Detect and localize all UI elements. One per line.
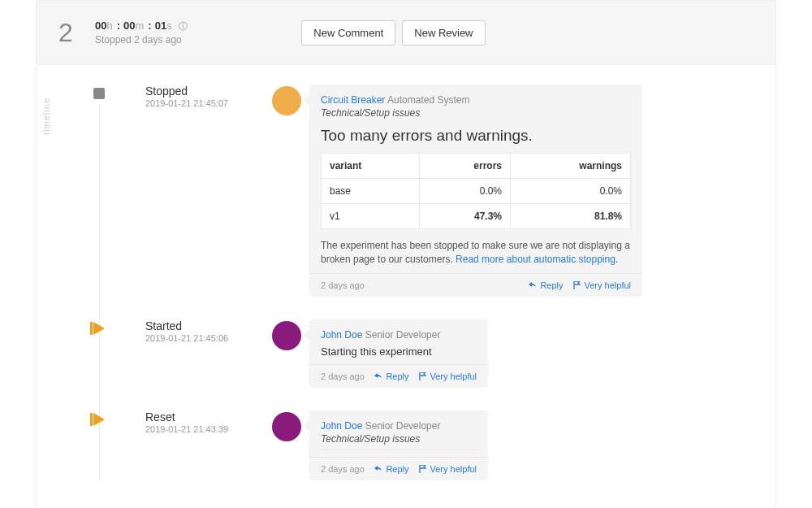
helpful-action[interactable]: Very helpful [419, 464, 477, 474]
cell-variant: v1 [322, 204, 420, 229]
reply-icon [374, 465, 382, 473]
elapsed-timer: 00h:00m:01s ⓘ [95, 20, 188, 33]
avatar [272, 86, 301, 115]
play-icon [93, 413, 105, 426]
timer-seconds: 01 [155, 20, 166, 32]
timeline-event-reset: Reset 2019-01-21 21:43:39 John Doe Senio… [93, 410, 759, 480]
comment-card: Circuit Breaker Automated System Technic… [309, 85, 642, 297]
unit-h: h [106, 20, 112, 32]
author-name[interactable]: Circuit Breaker [321, 94, 385, 106]
event-title: Stopped [145, 85, 264, 98]
helpful-action[interactable]: Very helpful [573, 280, 631, 290]
issue-tag: Technical/Setup issues [321, 433, 477, 450]
cell-errors: 0.0% [420, 179, 511, 204]
timer-hours: 00 [95, 20, 106, 32]
col-warnings: warnings [511, 154, 631, 179]
timer-block: 00h:00m:01s ⓘ Stopped 2 days ago [95, 20, 220, 46]
author-role: Senior Developer [365, 329, 441, 341]
cell-errors: 47.3% [420, 204, 511, 229]
event-timestamp: 2019-01-21 21:45:07 [145, 98, 264, 108]
new-review-button[interactable]: New Review [402, 20, 485, 46]
event-timestamp: 2019-01-21 21:43:39 [145, 424, 264, 434]
author-name[interactable]: John Doe [321, 420, 362, 432]
col-errors: errors [420, 154, 511, 179]
comment-footer: 2 days ago Reply Very helpful [309, 273, 642, 297]
helpful-action[interactable]: Very helpful [419, 371, 477, 381]
timeline-event-stopped: Stopped 2019-01-21 21:45:07 Circuit Brea… [93, 85, 759, 297]
reply-action[interactable]: Reply [529, 280, 563, 290]
event-title: Reset [145, 410, 264, 423]
avatar [272, 412, 301, 441]
reply-action[interactable]: Reply [374, 371, 408, 381]
play-icon [93, 322, 105, 335]
comment-author-line: John Doe Senior Developer [321, 329, 477, 341]
unit-s: s [166, 20, 172, 32]
reply-icon [374, 372, 382, 380]
comment-footer: 2 days ago Reply Very helpful [309, 457, 488, 480]
event-title: Started [145, 319, 264, 332]
reply-icon [529, 281, 537, 289]
footer-timestamp: 2 days ago [321, 371, 365, 381]
comment-text: Starting this experiment [321, 345, 477, 358]
comment-headline: Too many errors and warnings. [321, 127, 631, 145]
stop-icon [93, 88, 105, 99]
reply-action[interactable]: Reply [374, 464, 408, 474]
comment-footer: 2 days ago Reply Very helpful [309, 364, 488, 388]
cell-warnings: 81.8% [511, 204, 631, 229]
timeline-label: timeline [41, 98, 51, 135]
info-icon[interactable]: ⓘ [179, 20, 188, 33]
auto-stop-link[interactable]: Read more about automatic stopping [456, 254, 615, 265]
timeline-event-started: Started 2019-01-21 21:45:06 John Doe Sen… [93, 319, 759, 388]
header-bar: 2 00h:00m:01s ⓘ Stopped 2 days ago New C… [36, 0, 776, 65]
flag-icon [573, 281, 581, 289]
iteration-number: 2 [37, 18, 95, 48]
timer-minutes: 00 [123, 20, 135, 32]
cell-warnings: 0.0% [511, 179, 631, 204]
author-role: Senior Developer [365, 420, 441, 432]
footer-timestamp: 2 days ago [321, 464, 365, 474]
comment-author-line: Circuit Breaker Automated System [321, 94, 631, 106]
footer-timestamp: 2 days ago [321, 280, 519, 290]
comment-author-line: John Doe Senior Developer [321, 420, 477, 432]
new-comment-button[interactable]: New Comment [301, 20, 395, 46]
comment-card: John Doe Senior Developer Technical/Setu… [309, 410, 488, 480]
flag-icon [419, 465, 427, 473]
timer-subtext: Stopped 2 days ago [95, 34, 188, 46]
unit-m: m [136, 20, 145, 32]
explain-text: The experiment has been stopped to make … [321, 239, 631, 267]
table-row: base 0.0% 0.0% [322, 179, 631, 204]
issue-tag: Technical/Setup issues [321, 107, 631, 119]
avatar [272, 321, 301, 350]
header-actions: New Comment New Review [301, 20, 485, 46]
comment-card: John Doe Senior Developer Starting this … [309, 319, 488, 388]
variant-table: variant errors warnings base 0.0% 0.0% [321, 153, 631, 229]
event-timestamp: 2019-01-21 21:45:06 [145, 333, 264, 343]
cell-variant: base [322, 179, 420, 204]
timeline-panel: timeline Stopped 2019-01-21 21:45:07 Cir… [36, 65, 776, 508]
col-variant: variant [322, 154, 420, 179]
flag-icon [419, 372, 427, 380]
table-row: v1 47.3% 81.8% [322, 204, 631, 229]
author-role: Automated System [387, 94, 469, 106]
author-name[interactable]: John Doe [321, 329, 362, 341]
